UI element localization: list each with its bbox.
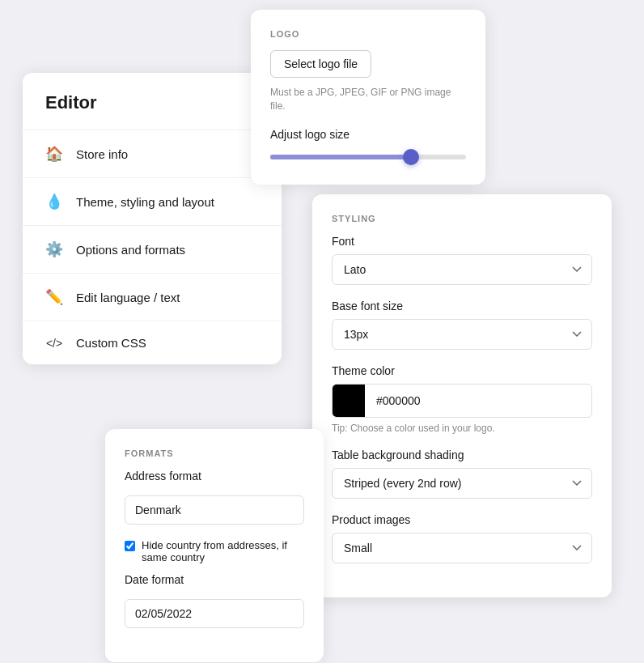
sidebar-item-options[interactable]: ⚙️ Options and formats [23,226,282,274]
font-label: Font [332,235,592,248]
sidebar-item-label: Theme, styling and layout [76,195,214,209]
date-format-label: Date format [125,573,304,586]
color-tip: Tip: Choose a color used in your logo. [332,423,592,434]
product-images-label: Product images [332,513,592,526]
edit-icon: ✏️ [45,288,63,306]
base-font-select[interactable]: 12px 13px 14px 16px [332,319,592,350]
hide-country-row: Hide country from addresses, if same cou… [125,539,304,563]
address-format-input[interactable] [125,495,304,525]
code-icon: </> [45,337,63,350]
logo-hint: Must be a JPG, JPEG, GIF or PNG image fi… [270,86,466,113]
slider-thumb[interactable] [403,149,419,165]
formats-panel: FORMATS Address format Hide country from… [105,429,324,662]
table-bg-select[interactable]: None Striped (every 2nd row) Alternating [332,468,592,499]
base-font-label: Base font size [332,300,592,312]
adjust-logo-label: Adjust logo size [270,128,466,141]
styling-section-label: STYLING [332,214,592,223]
date-format-group: Date format [125,573,304,628]
slider-track [270,155,466,159]
color-value-input[interactable] [365,386,591,415]
select-logo-button[interactable]: Select logo file [270,50,371,78]
editor-panel: Editor 🏠 Store info 💧 Theme, styling and… [23,73,282,364]
sidebar-item-css[interactable]: </> Custom CSS [23,321,282,364]
gear-icon: ⚙️ [45,240,63,258]
sidebar-item-label: Options and formats [76,243,185,257]
table-bg-label: Table background shading [332,448,592,461]
styling-panel: STYLING Font Lato Roboto Open Sans Base … [312,194,612,597]
date-format-input[interactable] [125,599,304,628]
logo-section-label: LOGO [270,29,466,39]
sidebar-item-label: Store info [76,147,128,161]
product-images-select[interactable]: Small Medium Large [332,533,592,563]
slider-fill [270,155,411,159]
formats-section-label: FORMATS [125,448,304,458]
sidebar-item-language[interactable]: ✏️ Edit language / text [23,274,282,321]
sidebar-item-label: Custom CSS [76,336,146,350]
theme-color-label: Theme color [332,364,592,377]
address-format-label: Address format [125,470,304,482]
logo-panel: LOGO Select logo file Must be a JPG, JPE… [251,10,485,185]
base-font-size-group: Base font size 12px 13px 14px 16px [332,300,592,350]
sidebar-item-theme[interactable]: 💧 Theme, styling and layout [23,178,282,226]
product-images-group: Product images Small Medium Large [332,513,592,563]
color-input-row [332,384,592,418]
sidebar-item-store-info[interactable]: 🏠 Store info [23,130,282,178]
theme-color-group: Theme color Tip: Choose a color used in … [332,364,592,434]
logo-slider-container [270,149,466,165]
theme-icon: 💧 [45,193,63,210]
font-group: Font Lato Roboto Open Sans [332,235,592,285]
color-swatch[interactable] [333,385,365,417]
sidebar-item-label: Edit language / text [76,291,180,304]
home-icon: 🏠 [45,145,63,163]
address-format-group: Address format [125,470,304,525]
table-bg-group: Table background shading None Striped (e… [332,448,592,499]
hide-country-label: Hide country from addresses, if same cou… [142,539,304,563]
font-select[interactable]: Lato Roboto Open Sans [332,254,592,285]
hide-country-checkbox[interactable] [125,541,135,551]
editor-title: Editor [23,73,282,130]
